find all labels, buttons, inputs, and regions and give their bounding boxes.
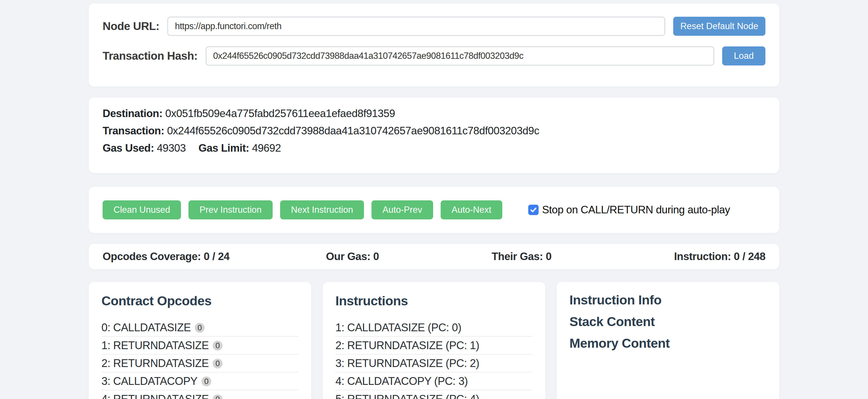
node-url-label: Node URL: bbox=[102, 20, 159, 33]
instructions-panel: Instructions 1: CALLDATASIZE (PC: 0) 2: … bbox=[323, 282, 545, 399]
transaction-summary-card: Destination: 0x051fb509e4a775fabd257611e… bbox=[89, 97, 779, 173]
instruction-row: 2: RETURNDATASIZE (PC: 1) bbox=[336, 337, 532, 355]
opcode-count-badge: 0 bbox=[195, 323, 205, 333]
opcode-row: 2: RETURNDATASIZE0 bbox=[101, 355, 299, 372]
auto-next-button[interactable]: Auto-Next bbox=[441, 201, 502, 219]
instruction-row: 4: CALLDATACOPY (PC: 3) bbox=[336, 372, 532, 390]
opcode-row: 0: CALLDATASIZE0 bbox=[101, 319, 299, 337]
opcode-count-badge: 0 bbox=[213, 341, 222, 350]
connection-form-card: Node URL: Reset Default Node Transaction… bbox=[89, 3, 779, 87]
opcode-row: 1: RETURNDATASIZE0 bbox=[101, 337, 299, 355]
instruction-row: 3: RETURNDATASIZE (PC: 2) bbox=[336, 355, 532, 372]
stop-on-call-return-label: Stop on CALL/RETURN during auto-play bbox=[542, 204, 730, 216]
next-instruction-button[interactable]: Next Instruction bbox=[280, 201, 364, 219]
tx-hash-label: Transaction Hash: bbox=[102, 50, 198, 62]
destination-line: Destination: 0x051fb509e4a775fabd257611e… bbox=[102, 107, 766, 121]
node-url-input[interactable] bbox=[167, 17, 665, 36]
instruction-counter-stat: Instruction: 0 / 248 bbox=[674, 250, 766, 263]
instruction-row: 1: CALLDATASIZE (PC: 0) bbox=[336, 319, 532, 337]
contract-opcodes-list: 0: CALLDATASIZE0 1: RETURNDATASIZE0 2: R… bbox=[101, 319, 299, 399]
transaction-label: Transaction: bbox=[102, 125, 164, 137]
contract-opcodes-title: Contract Opcodes bbox=[101, 294, 299, 308]
instruction-info-title: Instruction Info bbox=[569, 294, 767, 306]
instruction-row: 5: RETURNDATASIZE (PC: 4) bbox=[336, 390, 532, 399]
auto-prev-button[interactable]: Auto-Prev bbox=[371, 201, 433, 219]
gas-line: Gas Used: 49303Gas Limit: 49692 bbox=[102, 141, 766, 155]
checkbox-checked-icon[interactable] bbox=[528, 205, 538, 215]
opcode-count-badge: 0 bbox=[213, 359, 222, 368]
stats-bar: Opcodes Coverage: 0 / 24 Our Gas: 0 Thei… bbox=[89, 244, 779, 269]
node-url-row: Node URL: Reset Default Node bbox=[102, 17, 766, 36]
opcode-row: 3: CALLDATACOPY0 bbox=[101, 372, 299, 390]
contract-opcodes-panel: Contract Opcodes 0: CALLDATASIZE0 1: RET… bbox=[89, 282, 311, 399]
prev-instruction-button[interactable]: Prev Instruction bbox=[188, 201, 272, 219]
reset-default-node-button[interactable]: Reset Default Node bbox=[673, 17, 766, 36]
gas-used-label: Gas Used: bbox=[102, 142, 154, 154]
stop-on-call-return-toggle[interactable]: Stop on CALL/RETURN during auto-play bbox=[528, 204, 730, 216]
destination-label: Destination: bbox=[102, 108, 162, 119]
main-container: Node URL: Reset Default Node Transaction… bbox=[89, 0, 779, 399]
destination-value: 0x051fb509e4a775fabd257611eea1efaed8f913… bbox=[165, 108, 395, 119]
tx-hash-row: Transaction Hash: Load bbox=[102, 47, 766, 65]
memory-content-title: Memory Content bbox=[569, 337, 767, 350]
load-button[interactable]: Load bbox=[722, 47, 766, 65]
instruction-detail-panel: Instruction Info Stack Content Memory Co… bbox=[557, 282, 779, 399]
stack-content-title: Stack Content bbox=[569, 315, 767, 328]
gas-limit-value: 49692 bbox=[252, 142, 281, 154]
controls-card: Clean Unused Prev Instruction Next Instr… bbox=[89, 187, 779, 233]
gas-limit-label: Gas Limit: bbox=[198, 142, 249, 154]
opcodes-coverage-stat: Opcodes Coverage: 0 / 24 bbox=[102, 250, 229, 263]
transaction-line: Transaction: 0x244f65526c0905d732cdd7398… bbox=[102, 124, 766, 138]
instructions-list: 1: CALLDATASIZE (PC: 0) 2: RETURNDATASIZ… bbox=[336, 319, 532, 399]
tx-hash-input[interactable] bbox=[206, 47, 714, 65]
opcode-row: 4: RETURNDATASIZE0 bbox=[101, 390, 299, 399]
clean-unused-button[interactable]: Clean Unused bbox=[102, 201, 181, 219]
our-gas-stat: Our Gas: 0 bbox=[326, 250, 379, 263]
their-gas-stat: Their Gas: 0 bbox=[492, 250, 552, 263]
bottom-panels: Contract Opcodes 0: CALLDATASIZE0 1: RET… bbox=[89, 282, 779, 399]
opcode-count-badge: 0 bbox=[202, 376, 211, 386]
transaction-value: 0x244f65526c0905d732cdd73988daa41a310742… bbox=[167, 125, 539, 137]
opcode-count-badge: 0 bbox=[213, 394, 222, 399]
instructions-title: Instructions bbox=[336, 294, 532, 308]
gas-used-value: 49303 bbox=[157, 142, 186, 154]
